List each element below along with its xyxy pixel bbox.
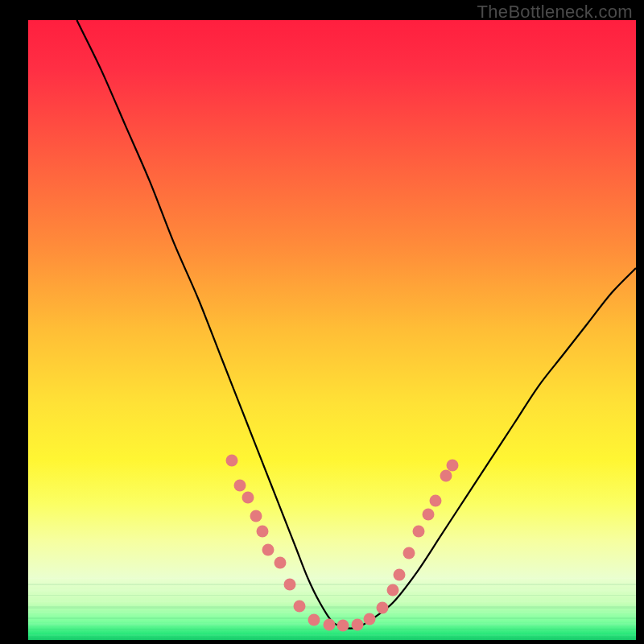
data-marker bbox=[256, 526, 268, 538]
data-marker bbox=[283, 578, 295, 590]
data-marker bbox=[337, 620, 349, 632]
data-marker bbox=[446, 459, 458, 471]
plot-area bbox=[28, 20, 636, 640]
curve-svg bbox=[28, 20, 636, 640]
data-marker bbox=[422, 509, 434, 521]
data-marker bbox=[387, 584, 399, 597]
data-marker bbox=[225, 454, 237, 466]
bottleneck-curve bbox=[76, 20, 636, 629]
data-marker bbox=[403, 547, 415, 559]
data-marker bbox=[233, 479, 246, 491]
data-marker bbox=[429, 494, 441, 506]
data-marker bbox=[393, 569, 405, 581]
data-marker bbox=[352, 618, 364, 630]
data-marker bbox=[274, 556, 286, 568]
data-marker bbox=[440, 469, 452, 481]
chart-frame: TheBottleneck.com bbox=[0, 0, 644, 644]
data-marker bbox=[308, 614, 320, 626]
data-marker bbox=[250, 510, 262, 522]
data-marker bbox=[412, 526, 424, 538]
data-marker bbox=[293, 600, 305, 612]
data-marker bbox=[242, 491, 254, 503]
data-marker bbox=[364, 613, 376, 625]
data-marker bbox=[262, 544, 275, 556]
data-marker bbox=[377, 601, 389, 613]
data-marker bbox=[323, 618, 335, 630]
